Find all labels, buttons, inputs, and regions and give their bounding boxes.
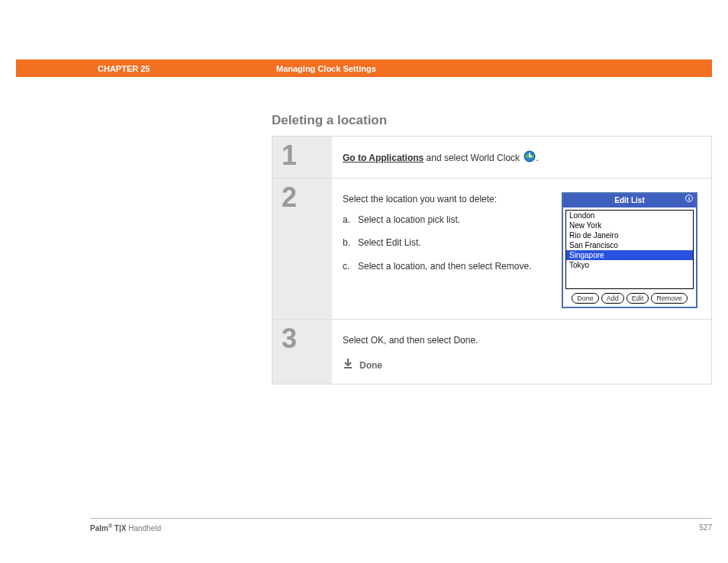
section-heading: Deleting a location: [272, 113, 387, 128]
list-letter: b.: [343, 236, 353, 250]
palm-list-item[interactable]: New York: [566, 220, 693, 230]
go-to-applications-link[interactable]: Go to Applications: [343, 153, 424, 163]
chapter-header: CHAPTER 25 Managing Clock Settings: [16, 60, 712, 77]
palm-title: Edit List: [614, 196, 644, 204]
step-number: 2: [272, 179, 332, 319]
list-item: c. Select a location, and then select Re…: [343, 259, 546, 274]
header-spacer: [16, 60, 90, 77]
brand-mid: T|X: [112, 524, 126, 532]
chapter-label: CHAPTER 25: [90, 60, 269, 77]
step2-intro: Select the location you want to delete:: [343, 192, 546, 207]
palm-list: London New York Rio de Janeiro San Franc…: [565, 210, 694, 289]
palm-titlebar: Edit List i: [563, 194, 696, 208]
chapter-title: Managing Clock Settings: [269, 60, 712, 77]
step1-rest: and select World Clock: [424, 153, 522, 163]
step-text: Select OK, and then select Done. Done: [343, 333, 697, 373]
palm-done-button[interactable]: Done: [572, 293, 599, 304]
list-text: Select a location, and then select Remov…: [358, 259, 531, 274]
palm-list-item-selected[interactable]: Singapore: [566, 250, 693, 260]
step3-text: Select OK, and then select Done.: [343, 333, 697, 348]
step-text: Go to Applications and select World Cloc…: [343, 150, 697, 167]
brand-suffix: Handheld: [126, 524, 161, 532]
step-number: 1: [272, 137, 332, 178]
palm-remove-button[interactable]: Remove: [651, 293, 688, 304]
step-body: Select the location you want to delete: …: [332, 179, 711, 319]
svg-rect-2: [530, 156, 533, 157]
world-clock-icon: [523, 150, 536, 167]
step-number: 3: [272, 320, 332, 384]
list-letter: c.: [343, 259, 353, 274]
step2-sublist: a. Select a location pick list. b. Selec…: [343, 213, 546, 274]
brand-prefix: Palm: [90, 524, 108, 532]
steps-block: 1 Go to Applications and select World Cl…: [272, 136, 712, 384]
page-footer: Palm® T|X Handheld 527: [90, 523, 712, 532]
palm-list-item[interactable]: Rio de Janeiro: [566, 230, 693, 240]
period: .: [536, 153, 538, 163]
done-label: Done: [359, 359, 382, 373]
palm-list-item[interactable]: Tokyo: [566, 260, 693, 270]
list-item: a. Select a location pick list.: [343, 213, 546, 227]
palm-list-item[interactable]: London: [566, 211, 693, 220]
step-body: Go to Applications and select World Cloc…: [332, 137, 711, 178]
list-text: Select Edit List.: [358, 236, 421, 250]
page-number: 527: [699, 523, 712, 532]
step-body: Select OK, and then select Done. Done: [332, 320, 711, 384]
palm-edit-list-screenshot: Edit List i London New York Rio de Janei…: [562, 192, 697, 308]
info-icon: i: [685, 195, 693, 202]
footer-rule: [90, 518, 712, 519]
palm-add-button[interactable]: Add: [601, 293, 624, 304]
done-arrow-icon: [343, 358, 353, 373]
done-row: Done: [343, 358, 697, 373]
palm-edit-button[interactable]: Edit: [627, 293, 649, 304]
palm-list-item[interactable]: San Francisco: [566, 240, 693, 250]
svg-rect-3: [344, 367, 352, 368]
step-row-3: 3 Select OK, and then select Done. Done: [272, 320, 711, 384]
step-text: Select the location you want to delete: …: [343, 192, 546, 308]
step-row-2: 2 Select the location you want to delete…: [272, 179, 711, 320]
list-letter: a.: [343, 213, 353, 227]
footer-brand: Palm® T|X Handheld: [90, 523, 161, 532]
list-item: b. Select Edit List.: [343, 236, 546, 250]
palm-buttons: Done Add Edit Remove: [563, 291, 696, 307]
list-text: Select a location pick list.: [358, 213, 460, 227]
step-row-1: 1 Go to Applications and select World Cl…: [272, 137, 711, 179]
